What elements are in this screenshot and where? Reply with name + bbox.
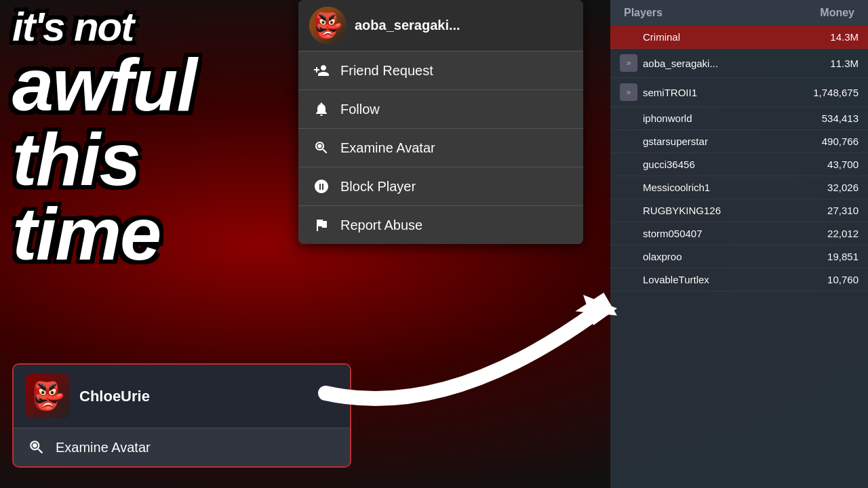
block-icon — [312, 177, 331, 196]
title-block: it's not awful this time — [12, 7, 304, 271]
player-icon: » — [620, 54, 637, 72]
player-name: gstarsuperstar — [643, 136, 804, 147]
player-name: semiTROII1 — [643, 87, 804, 98]
table-row: » aoba_seragaki... 11.3M — [610, 49, 868, 78]
bottom-magnify-icon — [27, 438, 46, 457]
bell-icon — [312, 100, 331, 119]
player-money: 27,310 — [804, 205, 859, 216]
player-money: 43,700 — [804, 159, 859, 170]
player-money: 32,026 — [804, 182, 859, 193]
block-player-label: Block Player — [340, 179, 416, 195]
player-name: RUGBYKING126 — [643, 205, 804, 216]
avatar-image — [309, 7, 347, 44]
player-money: 14.3M — [804, 31, 859, 43]
context-menu-header: aoba_seragaki... — [298, 0, 583, 51]
player-money: 22,012 — [804, 228, 859, 239]
context-username: aoba_seragaki... — [355, 18, 460, 33]
report-abuse-item[interactable]: Report Abuse — [298, 205, 583, 244]
player-money: 534,413 — [804, 113, 859, 124]
svg-point-2 — [33, 443, 37, 448]
friend-request-item[interactable]: Friend Request — [298, 51, 583, 89]
table-row: olaxproo 19,851 — [610, 245, 868, 268]
player-money: 10,760 — [804, 274, 859, 285]
player-icon: » — [620, 83, 637, 101]
title-line-1: it's not — [12, 7, 304, 47]
bottom-panel-avatar: 👺 — [26, 374, 70, 418]
table-row: RUGBYKING126 27,310 — [610, 199, 868, 222]
examine-avatar-label: Examine Avatar — [340, 140, 435, 156]
svg-point-0 — [318, 144, 322, 148]
leaderboard-header: Players Money — [610, 0, 868, 26]
leaderboard-panel: Players Money Criminal 14.3M » aoba_sera… — [610, 0, 868, 488]
bottom-panel-examine-item[interactable]: Examine Avatar — [14, 428, 350, 466]
table-row: Messicoolrich1 32,026 — [610, 176, 868, 199]
player-name: gucci36456 — [643, 159, 804, 170]
player-money: 490,766 — [804, 136, 859, 147]
bottom-panel-username: ChloeUrie — [79, 388, 150, 405]
player-name: Criminal — [643, 31, 804, 43]
table-row: gucci36456 43,700 — [610, 153, 868, 176]
person-plus-icon — [312, 61, 331, 80]
avatar — [309, 7, 347, 44]
player-name: aoba_seragaki... — [643, 58, 804, 69]
follow-item[interactable]: Follow — [298, 89, 583, 128]
bottom-panel-header: 👺 ChloeUrie — [14, 365, 350, 428]
player-name: iphonworld — [643, 113, 804, 124]
context-menu: aoba_seragaki... Friend Request Follow E… — [298, 0, 583, 244]
bottom-panel: 👺 ChloeUrie Examine Avatar — [12, 363, 351, 468]
block-player-item[interactable]: Block Player — [298, 167, 583, 205]
players-column-header: Players — [624, 7, 663, 19]
table-row: iphonworld 534,413 — [610, 107, 868, 130]
table-row: » semiTROII1 1,748,675 — [610, 78, 868, 107]
flag-icon — [312, 216, 331, 235]
examine-avatar-item[interactable]: Examine Avatar — [298, 128, 583, 167]
follow-label: Follow — [340, 102, 380, 117]
player-money: 11.3M — [804, 58, 859, 69]
table-row: storm050407 22,012 — [610, 222, 868, 245]
friend-request-label: Friend Request — [340, 63, 433, 79]
player-name: LovableTurtlex — [643, 274, 804, 285]
player-money: 19,851 — [804, 251, 859, 262]
report-abuse-label: Report Abuse — [340, 218, 422, 233]
player-name: Messicoolrich1 — [643, 182, 804, 193]
title-line-3: this time — [12, 122, 304, 271]
magnify-icon — [312, 138, 331, 157]
player-name: storm050407 — [643, 228, 804, 239]
player-money: 1,748,675 — [804, 87, 859, 98]
table-row: gstarsuperstar 490,766 — [610, 130, 868, 153]
bottom-examine-label: Examine Avatar — [56, 440, 151, 455]
table-row: LovableTurtlex 10,760 — [610, 268, 868, 291]
title-line-2: awful — [12, 47, 304, 122]
table-row: Criminal 14.3M — [610, 26, 868, 49]
player-name: olaxproo — [643, 251, 804, 262]
money-column-header: Money — [820, 7, 854, 19]
